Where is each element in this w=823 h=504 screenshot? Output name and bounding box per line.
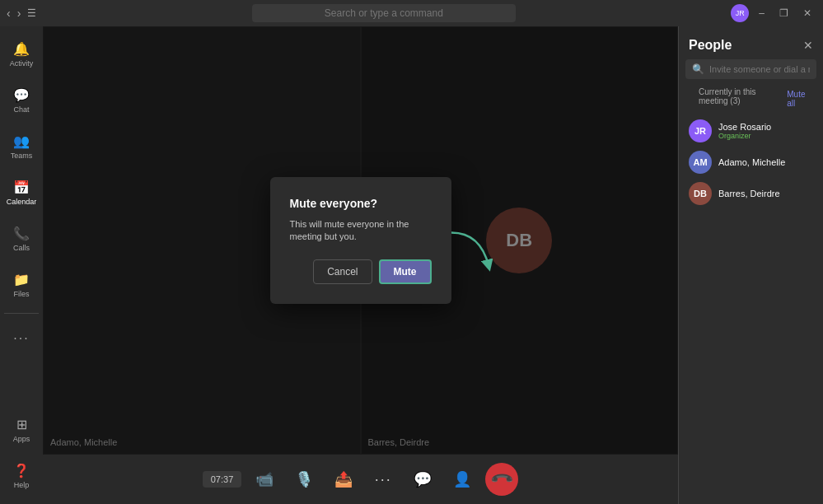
people-button[interactable]: 👤: [446, 463, 479, 496]
search-input[interactable]: [252, 4, 516, 22]
participant-3-avatar: DB: [689, 182, 712, 205]
end-call-icon: 📞: [489, 466, 515, 492]
sidebar-item-chat[interactable]: 💬 Chat: [3, 79, 40, 122]
main-content: Adamo, Michelle DB Barres, Deirdre Mute …: [43, 26, 678, 504]
forward-icon[interactable]: ›: [17, 7, 21, 20]
sidebar-bottom: ⊞ Apps ❓ Help: [3, 408, 40, 497]
user-avatar[interactable]: JR: [731, 4, 749, 22]
close-button[interactable]: ✕: [798, 6, 816, 21]
back-icon[interactable]: ‹: [7, 7, 11, 20]
sidebar-item-help[interactable]: ❓ Help: [3, 455, 40, 497]
participant-3-info: Barres, Deirdre: [718, 189, 780, 198]
top-bar-right: JR – ❐ ✕: [731, 4, 816, 22]
meeting-toolbar: 07:37 📹 🎙️ 📤 ··· 💬 👤 📞: [43, 455, 678, 504]
camera-icon: 📹: [255, 470, 274, 488]
camera-button[interactable]: 📹: [248, 463, 281, 496]
people-search-icon: 🔍: [692, 63, 704, 75]
sidebar-item-activity[interactable]: 🔔 Activity: [3, 33, 40, 76]
video-area: Adamo, Michelle DB Barres, Deirdre Mute …: [43, 26, 678, 455]
calls-icon: 📞: [13, 226, 30, 241]
sidebar-item-teams-label: Teams: [11, 152, 33, 160]
sidebar-item-help-label: Help: [14, 481, 30, 489]
end-call-button[interactable]: 📞: [485, 463, 518, 496]
sidebar-item-apps-label: Apps: [13, 435, 30, 443]
apps-icon: ⊞: [16, 417, 27, 432]
currently-in-meeting-label: Currently in this meeting (3): [689, 87, 777, 110]
participant-item-3: DB Barres, Deirdre: [679, 178, 823, 209]
people-panel-title: People: [689, 38, 732, 53]
files-icon: 📁: [13, 272, 30, 287]
sidebar-item-files[interactable]: 📁 Files: [3, 264, 40, 306]
sidebar-item-more[interactable]: ···: [3, 317, 40, 360]
mic-icon: 🎙️: [295, 470, 313, 488]
mute-everyone-modal: Mute everyone? This will mute everyone i…: [270, 177, 451, 305]
sidebar-item-apps[interactable]: ⊞ Apps: [3, 408, 40, 451]
people-panel-header: People ✕: [679, 26, 823, 59]
sidebar-item-files-label: Files: [13, 290, 29, 298]
minimize-button[interactable]: –: [754, 6, 769, 21]
people-panel-close[interactable]: ✕: [803, 39, 813, 52]
mute-all-button[interactable]: Mute all: [777, 90, 816, 108]
help-icon: ❓: [13, 463, 30, 478]
mute-button[interactable]: Mute: [379, 259, 432, 284]
arrow-indicator: [447, 229, 493, 278]
more-icon: ···: [13, 331, 29, 346]
activity-icon: 🔔: [13, 41, 30, 57]
participant-2-name: Adamo, Michelle: [718, 157, 785, 167]
sidebar-item-calendar[interactable]: 📅 Calendar: [3, 171, 40, 214]
sidebar-item-activity-label: Activity: [10, 59, 34, 68]
people-panel: People ✕ 🔍 Currently in this meeting (3)…: [678, 26, 823, 504]
calendar-icon: 📅: [13, 180, 30, 195]
more-options-icon: ···: [375, 471, 392, 488]
teams-icon: 👥: [13, 133, 30, 149]
restore-button[interactable]: ❐: [774, 6, 793, 21]
participant-1-role: Organizer: [718, 132, 771, 140]
participant-2-avatar-panel: AM: [689, 151, 712, 174]
participant-3-name: Barres, Deirdre: [718, 189, 780, 198]
sidebar-item-calls-label: Calls: [13, 244, 30, 252]
chat-toolbar-icon: 💬: [414, 470, 432, 488]
modal-overlay: Mute everyone? This will mute everyone i…: [43, 26, 678, 455]
participant-1-avatar: JR: [689, 119, 712, 142]
meeting-time: 07:37: [203, 471, 242, 488]
modal-title: Mute everyone?: [290, 197, 432, 210]
sidebar: 🔔 Activity 💬 Chat 👥 Teams 📅 Calendar 📞 C…: [0, 26, 43, 504]
chat-icon: 💬: [13, 87, 30, 103]
modal-description: This will mute everyone in the meeting b…: [290, 218, 432, 244]
mic-button[interactable]: 🎙️: [288, 463, 320, 496]
top-bar-center: [36, 4, 731, 22]
sidebar-item-calendar-label: Calendar: [7, 198, 37, 206]
cancel-button[interactable]: Cancel: [313, 259, 372, 284]
people-icon: 👤: [453, 470, 471, 488]
participant-item-2: AM Adamo, Michelle: [679, 147, 823, 178]
more-button[interactable]: ···: [367, 463, 400, 496]
top-bar-left: ‹ › ☰: [7, 7, 36, 20]
people-search-input[interactable]: [709, 64, 810, 74]
participant-1-name: Jose Rosario: [718, 122, 771, 132]
modal-buttons: Cancel Mute: [290, 259, 432, 284]
people-search-box: 🔍: [685, 59, 816, 79]
top-bar: ‹ › ☰ JR – ❐ ✕: [0, 0, 823, 26]
share-icon: 📤: [334, 470, 353, 488]
sidebar-item-calls[interactable]: 📞 Calls: [3, 217, 40, 260]
participant-item-1: JR Jose Rosario Organizer: [679, 115, 823, 147]
currently-in-meeting-row: Currently in this meeting (3) Mute all: [679, 87, 823, 115]
participant-2-info: Adamo, Michelle: [718, 157, 785, 167]
chat-button[interactable]: 💬: [406, 463, 439, 496]
sidebar-item-chat-label: Chat: [13, 105, 29, 114]
main-layout: 🔔 Activity 💬 Chat 👥 Teams 📅 Calendar 📞 C…: [0, 26, 823, 504]
modal-wrapper: Mute everyone? This will mute everyone i…: [270, 177, 451, 305]
menu-icon[interactable]: ☰: [27, 7, 36, 19]
share-button[interactable]: 📤: [327, 463, 360, 496]
sidebar-item-teams[interactable]: 👥 Teams: [3, 125, 40, 168]
participant-1-info: Jose Rosario Organizer: [718, 122, 771, 140]
